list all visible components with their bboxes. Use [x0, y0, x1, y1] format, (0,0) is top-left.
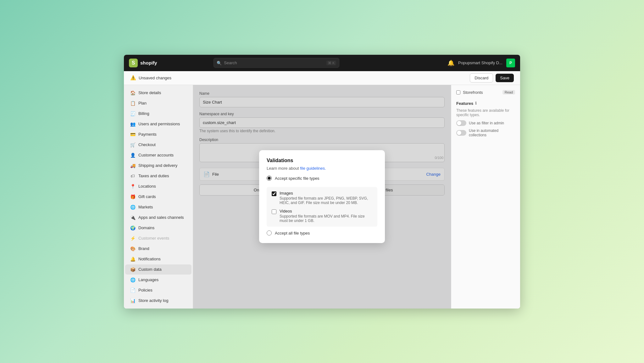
automated-collections-label: Use in automated collections [469, 128, 515, 137]
features-description: These features are available for specifi… [456, 108, 515, 117]
sidebar-item-label: Payments [138, 132, 157, 137]
sidebar-item-label: Customer events [138, 236, 169, 241]
storefronts-checkbox[interactable] [456, 90, 460, 94]
search-bar[interactable]: 🔍 ⌘ K [214, 58, 339, 68]
filter-admin-toggle[interactable] [456, 120, 466, 126]
file-type-options: Accept specific file types Images Suppor… [267, 176, 377, 235]
sidebar-item-label: Domains [138, 225, 154, 230]
sidebar-item-label: Plan [138, 101, 147, 105]
storefronts-name: Storefronts [456, 90, 483, 95]
videos-label: Videos [280, 209, 372, 213]
videos-desc: Supported file formats are MOV and MP4. … [280, 214, 372, 223]
taxes-icon: 🏷 [130, 173, 135, 179]
features-title: Features ℹ [456, 101, 515, 106]
sidebar-item-policies[interactable]: 📄 Policies [125, 285, 192, 295]
accept-all-radio[interactable] [267, 230, 272, 235]
videos-checkbox-item: Videos Supported file formats are MOV an… [272, 209, 372, 223]
accept-specific-radio[interactable] [267, 176, 272, 181]
activity-log-icon: 📊 [130, 298, 135, 303]
feature-filter-admin: Use as filter in admin [456, 120, 515, 126]
sidebar-item-label: Brand [138, 246, 149, 251]
sidebar-item-plan[interactable]: 📋 Plan [125, 98, 192, 108]
sidebar-item-store-activity-log[interactable]: 📊 Store activity log [125, 296, 192, 306]
search-shortcut: ⌘ K [326, 60, 336, 65]
storefronts-label: Storefronts [463, 90, 483, 95]
accept-all-label: Accept all file types [275, 231, 310, 235]
videos-checkbox[interactable] [272, 209, 276, 214]
filter-admin-label: Use as filter in admin [469, 121, 504, 125]
sidebar-item-label: Shipping and delivery [138, 163, 177, 168]
notifications-icon: 🔔 [130, 257, 135, 262]
accept-specific-label: Accept specific file types [275, 176, 319, 181]
validations-modal: Validations Learn more about file guidel… [259, 150, 385, 243]
customer-accounts-icon: 👤 [130, 153, 135, 158]
custom-data-icon: 📦 [130, 267, 135, 272]
sidebar-item-apps-sales[interactable]: 🔌 Apps and sales channels [125, 213, 192, 223]
feature-automated-collections: Use in automated collections [456, 128, 515, 137]
sidebar-item-label: Store activity log [138, 298, 168, 303]
sidebar: 🏠 Store details 📋 Plan 🧾 Billing 👥 Users… [124, 85, 193, 309]
apps-icon: 🔌 [130, 215, 135, 220]
sidebar-item-label: Custom data [138, 267, 162, 272]
sidebar-item-taxes-duties[interactable]: 🏷 Taxes and duties [125, 171, 192, 181]
sidebar-item-checkout[interactable]: 🛒 Checkout [125, 140, 192, 150]
sidebar-item-label: Policies [138, 288, 153, 292]
store-name: Popupsmart Shopify D... [458, 60, 502, 65]
sidebar-item-label: Notifications [138, 257, 161, 261]
file-types-group: Images Supported file formats are JPEG, … [267, 187, 377, 227]
plan-icon: 📋 [130, 101, 135, 106]
images-desc: Supported file formats are JPEG, PNG, WE… [280, 196, 372, 205]
file-guidelines-link[interactable]: file guidelines. [300, 166, 326, 171]
features-section: Features ℹ These features are available … [456, 101, 515, 137]
search-input[interactable] [214, 58, 339, 68]
shopify-logo: S shopify [129, 59, 157, 67]
save-button[interactable]: Save [496, 74, 514, 82]
sidebar-item-languages[interactable]: 🌐 Languages [125, 275, 192, 285]
warning-icon: ⚠️ [130, 75, 136, 81]
sidebar-item-customer-accounts[interactable]: 👤 Customer accounts [125, 150, 192, 160]
sidebar-item-brand[interactable]: 🎨 Brand [125, 244, 192, 254]
sidebar-item-label: Gift cards [138, 194, 156, 199]
sidebar-item-users-permissions[interactable]: 👥 Users and permissions [125, 119, 192, 129]
accept-all-option[interactable]: Accept all file types [267, 230, 377, 235]
sidebar-item-markets[interactable]: 🌐 Markets [125, 202, 192, 212]
sidebar-item-notifications[interactable]: 🔔 Notifications [125, 254, 192, 264]
search-icon: 🔍 [217, 60, 222, 65]
sidebar-item-billing[interactable]: 🧾 Billing [125, 109, 192, 119]
accept-specific-option[interactable]: Accept specific file types [267, 176, 377, 181]
modal-title: Validations [267, 158, 377, 163]
right-panel: Storefronts Read Features ℹ These featur… [451, 85, 520, 309]
notification-button[interactable]: 🔔 [447, 60, 454, 66]
images-checkbox[interactable] [272, 191, 276, 196]
sidebar-item-label: Taxes and duties [138, 173, 169, 178]
policies-icon: 📄 [130, 288, 135, 293]
info-icon: ℹ [475, 101, 477, 105]
sidebar-item-label: Markets [138, 205, 153, 209]
sidebar-item-domains[interactable]: 🌍 Domains [125, 223, 192, 233]
automated-collections-toggle[interactable] [456, 130, 466, 136]
modal-backdrop: Validations Learn more about file guidel… [193, 85, 451, 309]
sidebar-item-label: Apps and sales channels [138, 215, 184, 220]
users-icon: 👥 [130, 122, 135, 127]
shopify-logo-text: shopify [140, 60, 157, 65]
sidebar-item-gift-cards[interactable]: 🎁 Gift cards [125, 192, 192, 202]
sidebar-item-store-details[interactable]: 🏠 Store details [125, 88, 192, 98]
sidebar-item-shipping-delivery[interactable]: 🚚 Shipping and delivery [125, 161, 192, 171]
images-details: Images Supported file formats are JPEG, … [280, 191, 372, 205]
billing-icon: 🧾 [130, 111, 135, 116]
gift-cards-icon: 🎁 [130, 194, 135, 199]
sidebar-item-locations[interactable]: 📍 Locations [125, 181, 192, 191]
storefronts-badge: Read [502, 90, 515, 94]
sidebar-item-custom-data[interactable]: 📦 Custom data [125, 264, 192, 275]
modal-subtitle: Learn more about file guidelines. [267, 166, 377, 171]
modal-subtitle-text: Learn more about [267, 166, 299, 171]
sidebar-item-label: Users and permissions [138, 122, 180, 126]
markets-icon: 🌐 [130, 205, 135, 210]
sidebar-item-customer-events[interactable]: ⚡ Customer events [125, 233, 192, 243]
sidebar-item-label: Languages [138, 277, 158, 282]
sidebar-item-payments[interactable]: 💳 Payments [125, 129, 192, 139]
unsaved-changes-bar: ⚠️ Unsaved changes Discard Save [124, 71, 520, 85]
images-label: Images [280, 191, 372, 196]
discard-button[interactable]: Discard [470, 73, 493, 82]
payments-icon: 💳 [130, 132, 135, 137]
